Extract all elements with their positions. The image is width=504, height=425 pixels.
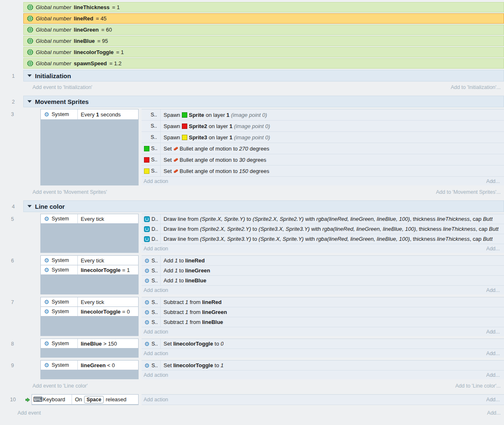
action-row[interactable]: D.. Draw line from (Sprite.X, Sprite.Y) … bbox=[142, 214, 504, 224]
conditions-column: System lineBlue > 150 bbox=[40, 339, 139, 358]
add-action-link[interactable]: Add action bbox=[144, 178, 168, 184]
condition-row[interactable]: System lineBlue > 150 bbox=[40, 339, 139, 348]
event-selection-area[interactable] bbox=[40, 120, 139, 185]
system-gear-icon bbox=[44, 341, 50, 346]
action-row[interactable]: S.. Add 1 to lineGreen bbox=[142, 266, 504, 276]
action-row[interactable]: S.. SetBullet angle of motion to 270 deg… bbox=[142, 143, 504, 154]
action-text: SetBullet angle of motion to 150 degrees bbox=[164, 168, 269, 174]
event-selection-area[interactable] bbox=[40, 370, 139, 379]
add-action-link[interactable]: Add action bbox=[144, 329, 168, 335]
action-row[interactable]: S.. Add 1 to lineBlue bbox=[142, 276, 504, 286]
add-action-link[interactable]: Add action bbox=[144, 287, 168, 293]
add-action-link[interactable]: Add action bbox=[144, 372, 168, 378]
add-action-row[interactable]: Add action Add... bbox=[142, 327, 504, 336]
swatch-icon bbox=[182, 124, 187, 129]
add-more-link[interactable]: Add... bbox=[486, 178, 500, 184]
condition-row[interactable]: System linecolorToggle = 1 bbox=[40, 265, 139, 275]
global-variable-row[interactable]: Global number lineGreen = 60 bbox=[23, 25, 504, 35]
action-row[interactable]: S.. Set linecolorToggle to 0 bbox=[142, 339, 504, 349]
global-variable-row[interactable]: Global number linecolorToggle = 1 bbox=[23, 47, 504, 57]
action-object-cell: S.. bbox=[143, 276, 161, 285]
action-object-name: S.. bbox=[151, 319, 158, 325]
event-selection-area[interactable] bbox=[40, 224, 139, 253]
add-action-link[interactable]: Add action bbox=[144, 397, 168, 403]
condition-object-name: System bbox=[52, 309, 69, 314]
condition-row[interactable]: System Every tick bbox=[40, 214, 139, 224]
add-action-row[interactable]: Add action Add... bbox=[142, 177, 504, 185]
add-action-link[interactable]: Add action bbox=[144, 351, 168, 356]
event-selection-area[interactable] bbox=[40, 316, 139, 336]
add-more-link[interactable]: Add... bbox=[486, 351, 500, 356]
add-action-row[interactable]: Add action Add... bbox=[142, 244, 504, 253]
action-row[interactable]: S.. SetBullet angle of motion to 30 degr… bbox=[142, 154, 504, 166]
condition-object-name: System bbox=[52, 111, 69, 117]
condition-object-cell: System bbox=[41, 297, 78, 306]
drawing-canvas-icon bbox=[144, 226, 150, 232]
event-selection-area[interactable] bbox=[40, 275, 139, 294]
action-row[interactable]: D.. Draw line from (Sprite2.X, Sprite2.Y… bbox=[142, 224, 504, 234]
action-row[interactable]: S.. SpawnSprite3 on layer 1 (image point… bbox=[142, 132, 504, 143]
event-selection-area[interactable] bbox=[40, 348, 139, 358]
event-selection-area[interactable] bbox=[32, 405, 139, 405]
action-row[interactable]: S.. Add 1 to lineRed bbox=[142, 256, 504, 266]
add-to-group-link[interactable]: Add to 'Line color'... bbox=[455, 383, 501, 389]
global-variable-row[interactable]: Global number lineThickness = 1 bbox=[23, 2, 504, 12]
add-event-link[interactable]: Add event bbox=[17, 410, 41, 416]
add-more-link[interactable]: Add... bbox=[487, 410, 501, 416]
action-row[interactable]: D.. Draw line from (Sprite3.X, Sprite3.Y… bbox=[142, 234, 504, 244]
global-variable-row-selected[interactable]: Global number lineRed = 45 bbox=[23, 13, 504, 24]
add-event-to-group-link[interactable]: Add event to 'Initialization' bbox=[32, 84, 92, 90]
add-more-link[interactable]: Add... bbox=[486, 287, 500, 293]
add-event-to-group-link[interactable]: Add event to 'Movement Sprites' bbox=[32, 189, 107, 195]
action-object-name: D.. bbox=[151, 236, 158, 242]
action-object-cell: S.. bbox=[143, 143, 161, 154]
action-row[interactable]: S.. SetBullet angle of motion to 150 deg… bbox=[142, 166, 504, 177]
add-action-row[interactable]: Add action Add... bbox=[142, 371, 504, 379]
action-row[interactable]: S.. Subtract 1 from lineGreen bbox=[142, 307, 504, 317]
group-body: 5 System Every tick D.. Draw bbox=[40, 214, 504, 379]
add-more-link[interactable]: Add... bbox=[486, 246, 500, 252]
action-row[interactable]: S.. SpawnSprite on layer 1 (image point … bbox=[142, 109, 504, 121]
sprite-swatch-icon bbox=[144, 146, 149, 151]
system-gear-icon bbox=[44, 111, 50, 117]
action-row[interactable]: S.. Subtract 1 from lineRed bbox=[142, 297, 504, 307]
event-margin[interactable] bbox=[23, 394, 32, 405]
row-number: 4 bbox=[8, 204, 19, 210]
add-action-row[interactable]: Add action Add... bbox=[142, 395, 504, 405]
group-title: Movement Sprites bbox=[35, 98, 89, 105]
add-more-link[interactable]: Add... bbox=[486, 397, 500, 403]
global-variable-row[interactable]: Global number lineBlue = 95 bbox=[23, 36, 504, 46]
collapse-arrow-icon[interactable] bbox=[27, 100, 32, 103]
group-title: Initialization bbox=[35, 72, 71, 79]
action-object-name: S.. bbox=[151, 146, 157, 151]
condition-row[interactable]: System lineGreen < 0 bbox=[40, 360, 139, 370]
action-row[interactable]: S.. Subtract 1 from lineBlue bbox=[142, 317, 504, 327]
condition-object-name: System bbox=[52, 341, 69, 346]
add-more-link[interactable]: Add... bbox=[486, 329, 500, 335]
condition-row[interactable]: Keyboard On Space released bbox=[32, 394, 139, 405]
collapse-arrow-icon[interactable] bbox=[27, 205, 32, 208]
condition-text: linecolorToggle = 0 bbox=[78, 307, 133, 316]
add-event-to-group-link[interactable]: Add event to 'Line color' bbox=[32, 383, 88, 389]
add-to-group-link[interactable]: Add to 'Initialization'... bbox=[451, 84, 501, 90]
group-header[interactable]: 4 Line color bbox=[23, 200, 504, 212]
add-action-row[interactable]: Add action Add... bbox=[142, 286, 504, 294]
swatch-icon bbox=[182, 112, 187, 118]
collapse-arrow-icon[interactable] bbox=[27, 74, 32, 77]
condition-row[interactable]: System Every tick bbox=[40, 297, 139, 307]
group-header[interactable]: 1 Initialization bbox=[23, 70, 504, 82]
group-header[interactable]: 2 Movement Sprites bbox=[23, 96, 504, 107]
group-title: Line color bbox=[35, 203, 65, 210]
add-action-row[interactable]: Add action Add... bbox=[142, 349, 504, 358]
add-more-link[interactable]: Add... bbox=[486, 372, 500, 378]
global-variable-row[interactable]: Global number spawnSpeed = 1.2 bbox=[23, 58, 504, 69]
action-row[interactable]: S.. SpawnSprite2 on layer 1 (image point… bbox=[142, 121, 504, 132]
condition-row[interactable]: System linecolorToggle = 0 bbox=[40, 306, 139, 316]
add-to-group-link[interactable]: Add to 'Movement Sprites'... bbox=[436, 189, 501, 195]
actions-column: Add action Add... bbox=[142, 394, 504, 405]
add-action-link[interactable]: Add action bbox=[144, 246, 168, 252]
condition-row[interactable]: System Every tick bbox=[40, 255, 139, 265]
variable-value: = 45 bbox=[96, 15, 107, 22]
action-row[interactable]: S.. Set linecolorToggle to 1 bbox=[142, 361, 504, 371]
condition-row[interactable]: System Every 1 seconds bbox=[40, 109, 139, 120]
